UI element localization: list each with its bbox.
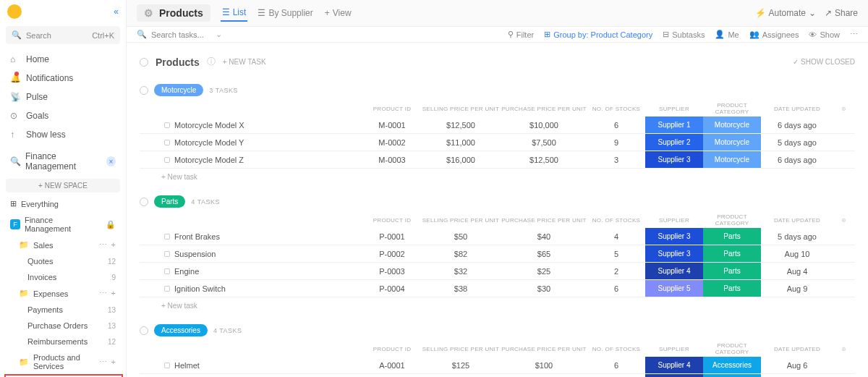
new-task-row[interactable]: + New task bbox=[140, 297, 855, 314]
group-header[interactable]: Accessories4 TASKS bbox=[140, 320, 855, 341]
supplier-cell[interactable]: Supplier 4 bbox=[645, 263, 703, 279]
subtasks-button[interactable]: ⊟Subtasks bbox=[663, 30, 705, 39]
supplier-cell[interactable]: Supplier 1 bbox=[645, 117, 703, 133]
nav-item-goals[interactable]: ⊙Goals bbox=[0, 106, 126, 125]
nav-item-home[interactable]: ⌂Home bbox=[0, 50, 126, 69]
collapse-icon[interactable] bbox=[140, 86, 148, 95]
view-tab-list[interactable]: ☰List bbox=[221, 4, 248, 22]
add-column-icon[interactable]: ⊕ bbox=[833, 217, 855, 224]
show-button[interactable]: 👁Show bbox=[809, 30, 840, 39]
collapse-icon[interactable] bbox=[140, 326, 148, 335]
category-cell[interactable]: Accessories bbox=[703, 357, 761, 373]
category-cell[interactable]: Accessories bbox=[703, 374, 761, 377]
avatar[interactable] bbox=[7, 4, 22, 19]
category-cell[interactable]: Parts bbox=[703, 228, 761, 245]
more-icon[interactable]: ⋯ bbox=[850, 30, 858, 39]
nav-item-show-less[interactable]: ↑Show less bbox=[0, 125, 126, 144]
sidebar: « 🔍Search Ctrl+K ⌂Home🔔Notifications📡Pul… bbox=[0, 0, 127, 377]
more-icon[interactable]: ⋯ bbox=[99, 357, 107, 367]
table-row[interactable]: Suspension P-0002 $82 $65 5 Supplier 3 P… bbox=[140, 245, 855, 263]
assignees-button[interactable]: 👥Assignees bbox=[749, 30, 799, 39]
chevron-down-icon[interactable]: ⌄ bbox=[216, 30, 222, 39]
category-cell[interactable]: Motorcycle bbox=[703, 151, 761, 168]
category-cell[interactable]: Parts bbox=[703, 263, 761, 279]
tree-sales[interactable]: 📁Sales⋯+ bbox=[0, 237, 126, 253]
status-dot[interactable] bbox=[164, 157, 170, 163]
group-header[interactable]: Parts4 TASKS bbox=[140, 191, 855, 212]
supplier-cell[interactable]: Supplier 3 bbox=[645, 245, 703, 262]
table-row[interactable]: Helmet A-0001 $125 $100 6 Supplier 4 Acc… bbox=[140, 357, 855, 374]
add-column-icon[interactable]: ⊕ bbox=[833, 106, 855, 112]
status-dot[interactable] bbox=[164, 140, 170, 145]
show-closed-button[interactable]: ✓ SHOW CLOSED bbox=[793, 58, 855, 66]
group-pill[interactable]: Motorcycle bbox=[154, 84, 203, 96]
table-row[interactable]: Motorcycle Model Y M-0002 $11,000 $7,500… bbox=[140, 134, 855, 151]
view-tab-by-supplier[interactable]: ☰By Supplier bbox=[256, 5, 314, 21]
space-header[interactable]: 🔍Finance Management × bbox=[0, 147, 126, 176]
tree-products[interactable]: Products16 bbox=[4, 374, 123, 377]
category-cell[interactable]: Motorcycle bbox=[703, 134, 761, 151]
supplier-cell[interactable]: Supplier 2 bbox=[645, 134, 703, 151]
table-row[interactable]: Motorcycle Model X M-0001 $12,500 $10,00… bbox=[140, 117, 855, 134]
status-dot[interactable] bbox=[164, 234, 170, 240]
group-pill[interactable]: Accessories bbox=[154, 324, 208, 336]
supplier-cell[interactable]: Supplier 5 bbox=[645, 280, 703, 297]
table-row[interactable]: Gloves A-0002 $95 $75 4 Supplier 4 Acces… bbox=[140, 374, 855, 377]
tree-finance-management[interactable]: FFinance Management 🔒 bbox=[0, 212, 126, 237]
filter-button[interactable]: ⚲Filter bbox=[508, 30, 534, 39]
collapse-icon[interactable] bbox=[140, 198, 148, 206]
category-cell[interactable]: Parts bbox=[703, 245, 761, 262]
tree-purchase-orders[interactable]: Purchase Orders13 bbox=[0, 318, 126, 334]
tree-invoices[interactable]: Invoices9 bbox=[0, 269, 126, 285]
group-pill[interactable]: Parts bbox=[154, 195, 185, 208]
supplier-cell[interactable]: Supplier 3 bbox=[645, 228, 703, 245]
add-column-icon[interactable]: ⊕ bbox=[833, 346, 855, 352]
nav-item-notifications[interactable]: 🔔Notifications bbox=[0, 69, 126, 88]
group-header[interactable]: Motorcycle3 TASKS bbox=[140, 80, 855, 101]
tree-products-services[interactable]: 📁Products and Services⋯+ bbox=[0, 350, 126, 374]
table-row[interactable]: Motorcycle Model Z M-0003 $16,000 $12,50… bbox=[140, 151, 855, 169]
supplier-cell[interactable]: Supplier 4 bbox=[645, 374, 703, 377]
category-cell[interactable]: Motorcycle bbox=[703, 117, 761, 133]
supplier-cell[interactable]: Supplier 4 bbox=[645, 357, 703, 373]
category-cell[interactable]: Parts bbox=[703, 280, 761, 297]
info-icon[interactable]: ⓘ bbox=[207, 56, 216, 68]
status-dot[interactable] bbox=[164, 268, 170, 274]
table-row[interactable]: Ignition Switch P-0004 $38 $30 6 Supplie… bbox=[140, 280, 855, 297]
more-icon[interactable]: ⋯ bbox=[99, 289, 107, 298]
share-button[interactable]: ↗Share bbox=[825, 8, 858, 18]
add-icon[interactable]: + bbox=[111, 240, 116, 250]
status-dot[interactable] bbox=[164, 286, 170, 292]
new-task-button[interactable]: + NEW TASK bbox=[223, 58, 266, 66]
view-tab-view[interactable]: +View bbox=[323, 5, 353, 21]
view-icon: ☰ bbox=[258, 8, 265, 18]
new-space-button[interactable]: + NEW SPACE bbox=[6, 179, 120, 192]
tree-reimbursements[interactable]: Reimbursements12 bbox=[0, 334, 126, 350]
table-row[interactable]: Engine P-0003 $32 $25 2 Supplier 4 Parts… bbox=[140, 263, 855, 280]
tree-expenses[interactable]: 📁Expenses⋯+ bbox=[0, 285, 126, 302]
tree-payments[interactable]: Payments13 bbox=[0, 302, 126, 318]
status-dot[interactable] bbox=[164, 363, 170, 368]
me-button[interactable]: 👤Me bbox=[715, 30, 739, 39]
nav-item-pulse[interactable]: 📡Pulse bbox=[0, 88, 126, 106]
status-dot[interactable] bbox=[164, 122, 170, 128]
new-task-row[interactable]: + New task bbox=[140, 169, 855, 185]
stock-count: 9 bbox=[587, 135, 645, 151]
status-circle-icon[interactable] bbox=[140, 58, 148, 67]
add-icon[interactable]: + bbox=[111, 289, 116, 298]
close-icon[interactable]: × bbox=[106, 156, 116, 166]
automate-button[interactable]: ⚡Automate⌄ bbox=[755, 8, 816, 18]
group-by-button[interactable]: ⊞Group by: Product Category bbox=[544, 30, 652, 39]
supplier-cell[interactable]: Supplier 3 bbox=[645, 151, 703, 168]
add-icon[interactable]: + bbox=[111, 357, 116, 367]
tree-everything[interactable]: ⊞Everything bbox=[0, 195, 126, 212]
search-tasks-input[interactable]: 🔍 Search tasks... ⌄ bbox=[137, 30, 498, 39]
table-row[interactable]: Front Brakes P-0001 $50 $40 4 Supplier 3… bbox=[140, 228, 855, 245]
more-icon[interactable]: ⋯ bbox=[99, 240, 107, 250]
collapse-sidebar-icon[interactable]: « bbox=[114, 7, 119, 17]
task-count: 4 TASKS bbox=[213, 327, 242, 334]
search-small-icon: 🔍 bbox=[10, 156, 21, 166]
search-input[interactable]: 🔍Search Ctrl+K bbox=[6, 26, 120, 44]
tree-quotes[interactable]: Quotes12 bbox=[0, 253, 126, 269]
status-dot[interactable] bbox=[164, 251, 170, 257]
